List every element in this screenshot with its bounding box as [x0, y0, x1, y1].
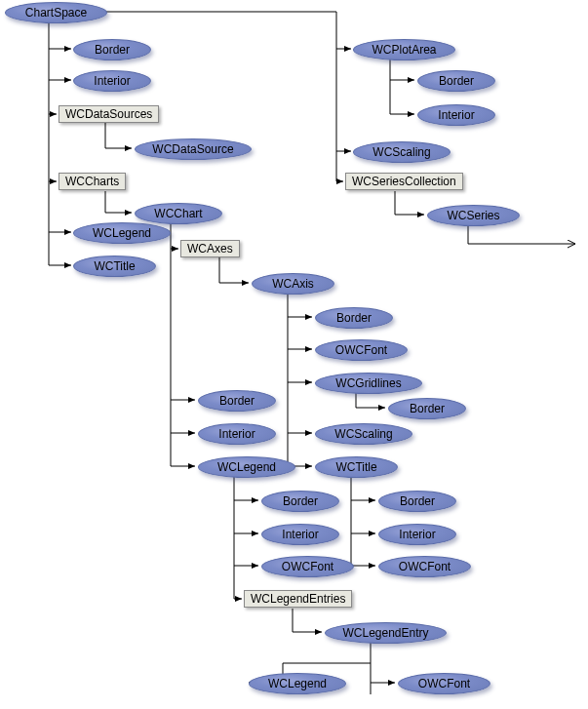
node-border-axis: Border — [315, 307, 393, 329]
node-owcfont-legend: OWCFont — [261, 556, 354, 577]
node-wcdatasource: WCDataSource — [135, 138, 252, 160]
node-border: Border — [73, 39, 151, 60]
node-wcscaling-axis: WCScaling — [315, 423, 412, 445]
node-interior-title: Interior — [378, 524, 456, 545]
node-interior-plotarea: Interior — [417, 104, 495, 126]
node-wclegendentry: WCLegendEntry — [325, 622, 447, 644]
node-owcfont-title: OWCFont — [378, 556, 471, 577]
node-wctitle-axis: WCTitle — [315, 456, 398, 478]
node-border-gridlines: Border — [388, 398, 466, 419]
node-owcfont-entry: OWCFont — [398, 673, 490, 694]
node-wcdatasources: WCDataSources — [59, 105, 159, 123]
node-chartspace: ChartSpace — [5, 2, 107, 23]
node-wclegend-entry: WCLegend — [249, 673, 346, 694]
node-wclegendentries: WCLegendEntries — [244, 590, 352, 608]
node-border-plotarea: Border — [417, 70, 495, 92]
node-wcseriescollection: WCSeriesCollection — [345, 173, 463, 190]
node-wcchart: WCChart — [135, 203, 222, 224]
node-interior-legend: Interior — [261, 524, 339, 545]
node-wccharts: WCCharts — [59, 173, 126, 190]
node-wcplotarea: WCPlotArea — [353, 39, 455, 60]
node-wclegend: WCLegend — [73, 222, 171, 244]
node-interior-chart: Interior — [198, 423, 276, 445]
node-wcseries: WCSeries — [427, 205, 520, 226]
node-wcgridlines: WCGridlines — [315, 373, 422, 394]
node-wcaxes: WCAxes — [180, 240, 240, 257]
node-border-title: Border — [378, 491, 456, 512]
node-border-legend: Border — [261, 491, 339, 512]
node-border-chart: Border — [198, 390, 276, 412]
node-owcfont-axis: OWCFont — [315, 339, 408, 361]
node-wcaxis: WCAxis — [252, 273, 334, 295]
node-wcscaling-plotarea: WCScaling — [353, 141, 451, 163]
node-wclegend-chart: WCLegend — [198, 456, 295, 478]
node-wctitle: WCTitle — [73, 256, 156, 277]
node-interior: Interior — [73, 70, 151, 92]
